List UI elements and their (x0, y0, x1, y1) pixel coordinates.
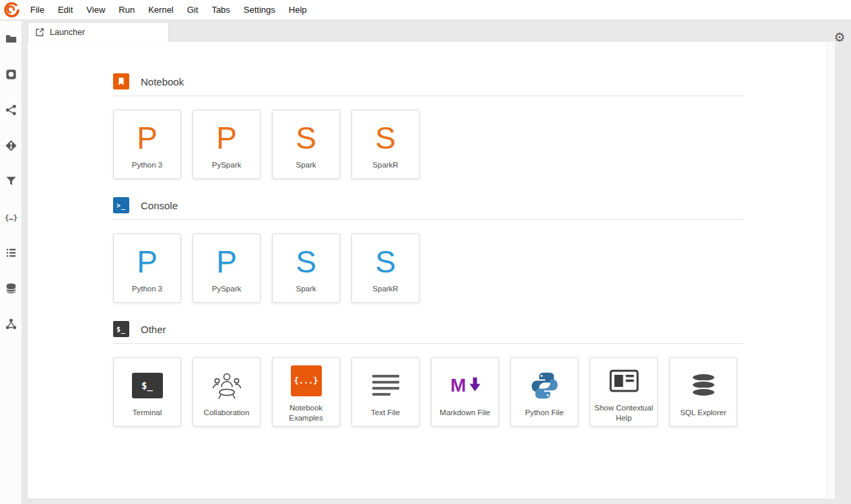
launcher-card-contextual-help[interactable]: Show Contextual Help (590, 357, 658, 427)
launcher-card-notebook-examples[interactable]: {...} Notebook Examples (272, 357, 340, 427)
card-label: Spark (296, 160, 316, 170)
section-divider (113, 96, 743, 96)
sidebar-item-toc[interactable] (0, 235, 22, 271)
section-title-console: Console (141, 200, 178, 211)
card-label: Text File (371, 408, 400, 417)
card-label: PySpark (212, 160, 241, 170)
section-title-other: Other (141, 324, 166, 335)
python3-kernel-icon: P (137, 118, 158, 157)
launcher-icon (35, 28, 44, 37)
braces-icon: {…} (4, 211, 18, 224)
svg-text:{…}: {…} (5, 213, 18, 221)
pyspark-kernel-icon: P (216, 242, 237, 281)
card-label: Python File (525, 408, 564, 417)
menu-file[interactable]: File (24, 2, 51, 17)
menu-help[interactable]: Help (282, 2, 314, 17)
console-glyph: >_ (116, 202, 126, 209)
svg-text:M: M (450, 375, 466, 396)
card-label: Notebook Examples (275, 403, 337, 423)
text-file-icon (371, 372, 401, 399)
section-title-notebook: Notebook (141, 76, 184, 87)
gear-icon[interactable]: ⚙ (832, 30, 847, 44)
sidebar-item-sessions[interactable] (0, 306, 22, 342)
dollar-prompt-glyph: $_ (116, 326, 126, 333)
section-divider (113, 343, 743, 344)
sidebar-item-property-inspector[interactable]: {…} (0, 199, 22, 235)
contextual-help-icon (609, 369, 639, 393)
section-other: $_ Other $_ Terminal (28, 320, 827, 427)
python-icon (530, 371, 559, 400)
sidebar-item-running[interactable] (0, 57, 22, 92)
notebook-icon (113, 73, 129, 89)
card-label: SparkR (372, 284, 398, 293)
menu-edit[interactable]: Edit (51, 2, 79, 17)
sparkr-kernel-icon: S (375, 118, 396, 157)
menu-kernel[interactable]: Kernel (141, 2, 180, 17)
launcher-card-spark-notebook[interactable]: S Spark (272, 110, 340, 179)
funnel-icon (5, 175, 18, 188)
launcher-card-python3-notebook[interactable]: P Python 3 (113, 110, 181, 179)
sidebar-item-files[interactable] (0, 21, 22, 57)
launcher-card-pyspark-notebook[interactable]: P PySpark (193, 110, 261, 179)
list-icon (5, 246, 18, 259)
menu-git[interactable]: Git (180, 2, 205, 17)
vertical-scrollbar[interactable] (827, 42, 835, 499)
folder-icon (5, 32, 18, 45)
menu-bar: File Edit View Run Kernel Git Tabs Setti… (0, 0, 851, 20)
terminal-section-icon: $_ (113, 321, 129, 337)
launcher-panel: Notebook P Python 3 P PySpark S Spark S … (28, 42, 827, 499)
spark-kernel-icon: S (296, 242, 316, 281)
sparkr-kernel-icon: S (375, 242, 396, 281)
molecule-icon (5, 318, 18, 330)
pyspark-kernel-icon: P (216, 118, 237, 157)
app-logo-icon (2, 1, 20, 19)
card-label: Python 3 (132, 284, 162, 293)
left-sidebar: {…} (0, 21, 22, 504)
sql-explorer-icon (688, 371, 719, 400)
card-label: Terminal (133, 408, 162, 417)
launcher-card-python-file[interactable]: Python File (510, 357, 578, 427)
network-nodes-icon (5, 104, 18, 116)
section-console: >_ Console P Python 3 P PySpark S Spark … (28, 196, 827, 303)
console-icon: >_ (113, 197, 129, 213)
launcher-card-spark-console[interactable]: S Spark (272, 233, 340, 303)
collaboration-icon (211, 370, 242, 401)
launcher-card-sparkr-notebook[interactable]: S SparkR (351, 110, 419, 179)
launcher-card-pyspark-console[interactable]: P PySpark (193, 233, 261, 303)
launcher-card-python3-console[interactable]: P Python 3 (113, 233, 181, 303)
card-label: PySpark (212, 284, 241, 293)
sidebar-item-data[interactable] (0, 271, 22, 306)
running-kernels-icon (5, 68, 18, 81)
launcher-card-terminal[interactable]: $_ Terminal (113, 357, 181, 427)
sidebar-item-git[interactable] (0, 128, 22, 164)
tab-bar: Launcher (22, 21, 851, 42)
card-label: SparkR (372, 160, 398, 170)
menu-run[interactable]: Run (112, 2, 141, 17)
section-divider (113, 219, 743, 220)
terminal-icon: $_ (132, 373, 163, 398)
card-label: SQL Explorer (680, 408, 726, 417)
launcher-card-sparkr-console[interactable]: S SparkR (351, 233, 419, 303)
tab-launcher[interactable]: Launcher (28, 22, 169, 42)
markdown-icon: M (450, 373, 481, 398)
sidebar-item-filter[interactable] (0, 164, 22, 199)
menu-view[interactable]: View (79, 2, 112, 17)
menu-settings[interactable]: Settings (237, 2, 282, 17)
menu-tabs[interactable]: Tabs (205, 2, 236, 17)
launcher-card-sql-explorer[interactable]: SQL Explorer (669, 357, 737, 427)
launcher-card-markdown-file[interactable]: M Markdown File (431, 357, 499, 427)
tab-launcher-label: Launcher (50, 28, 85, 37)
card-label: Collaboration (204, 408, 250, 417)
notebook-examples-icon: {...} (291, 365, 322, 396)
python3-kernel-icon: P (137, 242, 158, 281)
spark-kernel-icon: S (296, 118, 316, 157)
launcher-card-text-file[interactable]: Text File (351, 357, 419, 427)
card-label: Python 3 (132, 160, 162, 170)
sidebar-item-clusters[interactable] (0, 92, 22, 128)
card-label: Markdown File (440, 408, 490, 417)
launcher-card-collaboration[interactable]: Collaboration (193, 357, 261, 427)
git-diamond-icon (5, 139, 18, 152)
database-icon (5, 282, 18, 295)
card-label: Show Contextual Help (593, 403, 655, 423)
card-label: Spark (296, 284, 316, 293)
